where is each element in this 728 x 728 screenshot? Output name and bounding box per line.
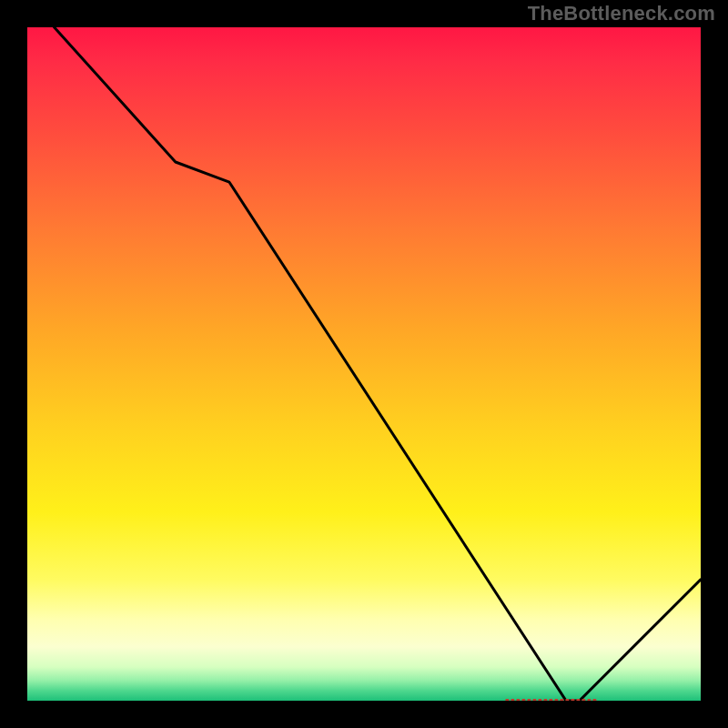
svg-rect-0 [505,699,509,701]
svg-rect-1 [511,699,514,701]
svg-rect-2 [516,699,520,701]
svg-rect-7 [543,699,547,701]
svg-rect-14 [581,699,585,701]
svg-rect-9 [554,699,558,701]
svg-rect-8 [549,699,552,701]
watermark-text: TheBottleneck.com [528,2,715,25]
svg-rect-10 [560,699,563,701]
svg-rect-6 [538,699,541,701]
bottleneck-curve-chart [27,27,701,701]
svg-rect-12 [571,699,574,701]
svg-rect-11 [565,699,569,701]
svg-rect-5 [532,699,536,701]
svg-rect-4 [527,699,531,701]
plot-area [27,27,701,701]
optimal-range-marker [505,699,596,701]
gradient-background [27,27,701,701]
svg-rect-16 [592,699,596,701]
chart-frame: TheBottleneck.com [0,0,728,728]
svg-rect-15 [587,699,591,701]
svg-rect-13 [576,699,580,701]
svg-rect-3 [521,699,525,701]
